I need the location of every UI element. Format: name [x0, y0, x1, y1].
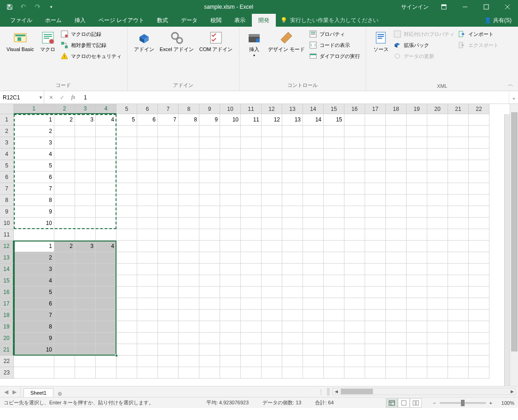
cell[interactable]	[448, 229, 469, 241]
cell[interactable]	[324, 275, 344, 287]
cell[interactable]	[179, 367, 199, 379]
cell[interactable]	[386, 310, 407, 321]
cell[interactable]	[199, 321, 220, 333]
cell[interactable]: 10	[14, 218, 54, 229]
cell[interactable]	[75, 172, 96, 183]
cell[interactable]	[96, 229, 116, 241]
cell[interactable]	[469, 310, 489, 321]
cell[interactable]	[344, 229, 365, 241]
tell-me-search[interactable]: 💡 実行したい作業を入力してください	[276, 14, 478, 27]
cell[interactable]	[324, 367, 344, 379]
hscroll-left-button[interactable]: ◀	[332, 388, 340, 395]
cell[interactable]	[75, 298, 96, 310]
cell[interactable]	[469, 183, 489, 195]
cell[interactable]	[262, 195, 282, 206]
cell[interactable]: 2	[54, 114, 75, 126]
select-all-button[interactable]	[0, 104, 14, 114]
cell[interactable]: 2	[14, 252, 54, 264]
cell[interactable]	[324, 218, 344, 229]
cell[interactable]	[179, 344, 199, 356]
cell[interactable]: 6	[137, 114, 158, 126]
cell[interactable]	[158, 206, 179, 218]
cell[interactable]: 7	[158, 114, 179, 126]
cell[interactable]	[199, 241, 220, 252]
cell[interactable]	[344, 206, 365, 218]
cell[interactable]	[324, 344, 344, 356]
cell[interactable]	[137, 333, 158, 344]
cell[interactable]	[303, 344, 324, 356]
cell[interactable]	[241, 206, 262, 218]
cell[interactable]	[158, 195, 179, 206]
cell[interactable]	[448, 241, 469, 252]
tab-review[interactable]: 校閲	[204, 14, 228, 27]
cell[interactable]	[427, 298, 448, 310]
cell[interactable]	[158, 367, 179, 379]
cell[interactable]	[220, 149, 241, 160]
cell[interactable]	[262, 275, 282, 287]
cell[interactable]	[116, 367, 137, 379]
cell[interactable]	[365, 218, 386, 229]
cell[interactable]	[386, 356, 407, 367]
cell[interactable]	[262, 287, 282, 298]
cell[interactable]	[386, 367, 407, 379]
cell[interactable]	[407, 114, 427, 126]
cell[interactable]	[96, 195, 116, 206]
cell[interactable]	[303, 218, 324, 229]
cell[interactable]: 6	[14, 298, 54, 310]
cell[interactable]	[199, 218, 220, 229]
xml-source-button[interactable]: ソース	[370, 29, 392, 54]
cell[interactable]	[14, 356, 54, 367]
cell[interactable]	[282, 333, 303, 344]
cell[interactable]	[241, 172, 262, 183]
sheet-nav-next[interactable]: ▶	[11, 389, 17, 395]
cell[interactable]	[220, 264, 241, 275]
cell[interactable]	[303, 149, 324, 160]
cell[interactable]	[220, 356, 241, 367]
cell[interactable]	[386, 126, 407, 137]
worksheet-grid[interactable]: 12345678910111213141516171819202122 1234…	[0, 104, 518, 386]
cell[interactable]	[220, 160, 241, 172]
cell[interactable]	[54, 333, 75, 344]
cell[interactable]	[137, 252, 158, 264]
cell[interactable]: 3	[14, 137, 54, 149]
cell[interactable]	[282, 298, 303, 310]
page-layout-view-button[interactable]	[398, 398, 410, 408]
cell[interactable]	[344, 149, 365, 160]
cell[interactable]	[54, 229, 75, 241]
cell[interactable]	[303, 310, 324, 321]
cell[interactable]: 4	[14, 275, 54, 287]
cancel-formula-button[interactable]: ✕	[46, 92, 56, 103]
cell[interactable]	[220, 344, 241, 356]
save-button[interactable]	[4, 1, 16, 13]
cell[interactable]	[386, 333, 407, 344]
cell[interactable]: 5	[14, 160, 54, 172]
cell[interactable]	[262, 206, 282, 218]
cell[interactable]	[324, 149, 344, 160]
cell[interactable]	[386, 149, 407, 160]
zoom-slider[interactable]	[440, 402, 486, 404]
zoom-out-button[interactable]: −	[433, 400, 436, 406]
cell[interactable]	[137, 172, 158, 183]
cell[interactable]	[241, 344, 262, 356]
cell[interactable]	[407, 195, 427, 206]
cell[interactable]	[241, 149, 262, 160]
cell[interactable]	[303, 241, 324, 252]
cell[interactable]: 8	[14, 321, 54, 333]
cell[interactable]	[365, 367, 386, 379]
cell[interactable]	[448, 114, 469, 126]
cell[interactable]	[199, 137, 220, 149]
cell[interactable]	[344, 333, 365, 344]
cell[interactable]	[303, 252, 324, 264]
cell[interactable]	[407, 206, 427, 218]
cell[interactable]	[75, 356, 96, 367]
normal-view-button[interactable]	[386, 398, 398, 408]
cell[interactable]	[262, 252, 282, 264]
cell[interactable]	[199, 183, 220, 195]
row-header[interactable]: 10	[0, 218, 14, 229]
cell[interactable]	[448, 160, 469, 172]
cell[interactable]	[427, 241, 448, 252]
cell[interactable]	[220, 252, 241, 264]
cell[interactable]	[75, 275, 96, 287]
cell[interactable]	[344, 298, 365, 310]
cell[interactable]	[158, 241, 179, 252]
